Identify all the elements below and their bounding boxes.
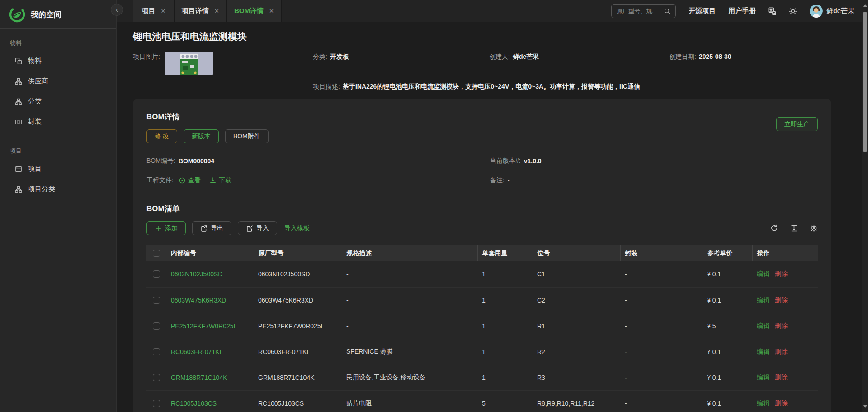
engineering-files-label: 工程文件: bbox=[146, 176, 174, 185]
row-checkbox[interactable] bbox=[153, 322, 160, 330]
global-search bbox=[611, 4, 676, 18]
tab-projects[interactable]: 项目 ✕ bbox=[133, 0, 175, 22]
row-checkbox[interactable] bbox=[153, 374, 160, 381]
internal-part-link[interactable]: RC1005J103CS bbox=[171, 400, 217, 407]
tab-label: 项目 bbox=[142, 7, 156, 15]
modify-button[interactable]: 修 改 bbox=[146, 129, 177, 143]
category-value: 开发板 bbox=[330, 53, 349, 61]
delete-action[interactable]: 删除 bbox=[775, 374, 788, 381]
edit-action[interactable]: 编辑 bbox=[757, 348, 769, 355]
row-checkbox[interactable] bbox=[153, 297, 160, 304]
select-all-checkbox[interactable] bbox=[153, 250, 160, 257]
vertical-scrollbar[interactable] bbox=[862, 0, 868, 412]
sidebar-item-footprints[interactable]: 封装 bbox=[0, 112, 116, 132]
column-header[interactable]: 单套用量 bbox=[477, 245, 533, 261]
sidebar-item-label: 供应商 bbox=[28, 77, 48, 85]
user-menu[interactable]: 鲜de芒果 bbox=[810, 5, 854, 18]
designator-value: R8,R9,R10,R11,R12 bbox=[537, 400, 594, 407]
footprint-value: - bbox=[625, 348, 627, 355]
internal-part-link[interactable]: RC0603FR-071KL bbox=[171, 348, 223, 355]
delete-action[interactable]: 删除 bbox=[775, 270, 788, 277]
version-label: 当前版本#: bbox=[490, 157, 521, 165]
sidebar-item-label: 项目分类 bbox=[28, 185, 55, 194]
delete-action[interactable]: 删除 bbox=[775, 348, 788, 355]
eye-icon bbox=[179, 177, 186, 184]
column-header[interactable]: 原厂型号 bbox=[254, 245, 342, 261]
search-button[interactable] bbox=[659, 5, 675, 18]
add-row-button[interactable]: 添加 bbox=[146, 221, 186, 235]
sidebar-collapse-button[interactable]: ‹ bbox=[111, 4, 123, 16]
column-settings-gear-icon[interactable] bbox=[810, 224, 818, 232]
column-header[interactable]: 封装 bbox=[620, 245, 703, 261]
import-button[interactable]: 导入 bbox=[238, 221, 277, 235]
open-source-projects-link[interactable]: 开源项目 bbox=[689, 7, 716, 15]
sidebar-item-projects[interactable]: 项目 bbox=[0, 159, 116, 179]
view-files-link[interactable]: 查看 bbox=[179, 176, 201, 185]
user-manual-link[interactable]: 用户手册 bbox=[728, 7, 755, 15]
price-value: ¥ 5 bbox=[707, 322, 716, 330]
refresh-icon[interactable] bbox=[770, 224, 778, 232]
download-icon bbox=[209, 177, 217, 184]
column-header[interactable]: 操作 bbox=[752, 245, 818, 261]
tab-close-icon[interactable]: ✕ bbox=[214, 8, 219, 14]
tab-project-detail[interactable]: 项目详情 ✕ bbox=[175, 0, 227, 22]
column-header[interactable]: 内部编号 bbox=[166, 245, 254, 261]
username: 鲜de芒果 bbox=[826, 7, 854, 15]
delete-action[interactable]: 删除 bbox=[775, 322, 788, 329]
sidebar-item-materials[interactable]: 物料 bbox=[0, 51, 116, 71]
edit-action[interactable]: 编辑 bbox=[757, 322, 769, 329]
scrollbar-thumb[interactable] bbox=[863, 12, 867, 152]
plus-icon bbox=[155, 225, 162, 232]
column-header[interactable]: 位号 bbox=[533, 245, 620, 261]
material-icon bbox=[15, 57, 22, 65]
project-image-label: 项目图片: bbox=[133, 53, 160, 61]
bom-no-label: BOM编号: bbox=[146, 157, 175, 165]
app-logo-icon bbox=[9, 6, 25, 23]
sidebar-item-project-categories[interactable]: 项目分类 bbox=[0, 179, 116, 199]
scroll-up-arrow-icon[interactable] bbox=[862, 2, 868, 9]
project-image[interactable] bbox=[165, 52, 213, 75]
row-checkbox[interactable] bbox=[153, 400, 160, 407]
workspace-header[interactable]: 我的空间 bbox=[0, 0, 116, 28]
edit-action[interactable]: 编辑 bbox=[757, 296, 769, 303]
import-template-link[interactable]: 导入模板 bbox=[284, 224, 310, 232]
tab-close-icon[interactable]: ✕ bbox=[269, 8, 274, 14]
search-input[interactable] bbox=[612, 8, 659, 14]
edit-action[interactable]: 编辑 bbox=[757, 270, 769, 277]
row-checkbox[interactable] bbox=[153, 270, 160, 278]
tab-bom-detail[interactable]: BOM详情 ✕ bbox=[227, 0, 282, 22]
internal-part-link[interactable]: 0603W475K6R3XD bbox=[171, 297, 226, 304]
row-height-icon[interactable] bbox=[790, 224, 798, 232]
project-category-icon bbox=[15, 186, 22, 193]
price-value: ¥ 0.1 bbox=[707, 400, 721, 407]
qty-value: 1 bbox=[482, 297, 486, 304]
produce-now-button[interactable]: 立即生产 bbox=[776, 117, 818, 131]
column-header[interactable]: 参考单价 bbox=[703, 245, 752, 261]
theme-toggle-sun-icon[interactable] bbox=[789, 7, 797, 15]
bom-attachment-button[interactable]: BOM附件 bbox=[225, 129, 269, 143]
row-checkbox[interactable] bbox=[153, 348, 160, 355]
remark-label: 备注: bbox=[490, 176, 505, 185]
main-content: 锂电池电压和电流监测模块 项目图片: 分类: bbox=[117, 22, 862, 412]
edit-action[interactable]: 编辑 bbox=[757, 399, 769, 407]
mpn-value: 0603N102J500SD bbox=[258, 270, 310, 278]
download-files-link[interactable]: 下载 bbox=[209, 176, 231, 185]
sidebar-item-categories[interactable]: 分类 bbox=[0, 91, 116, 112]
internal-part-link[interactable]: 0603N102J500SD bbox=[171, 270, 222, 278]
internal-part-link[interactable]: PE2512FKF7W0R025L bbox=[171, 322, 237, 330]
tab-close-icon[interactable]: ✕ bbox=[161, 8, 166, 14]
supplier-icon bbox=[15, 78, 22, 85]
delete-action[interactable]: 删除 bbox=[775, 399, 788, 407]
new-version-button[interactable]: 新版本 bbox=[184, 129, 219, 143]
category-icon bbox=[15, 98, 22, 105]
delete-action[interactable]: 删除 bbox=[775, 296, 788, 303]
mpn-value: PE2512FKF7W0R025L bbox=[258, 322, 324, 330]
export-button[interactable]: 导出 bbox=[192, 221, 231, 235]
column-header[interactable]: 规格描述 bbox=[342, 245, 477, 261]
sidebar-item-suppliers[interactable]: 供应商 bbox=[0, 71, 116, 91]
scroll-down-arrow-icon[interactable] bbox=[862, 403, 868, 410]
edit-action[interactable]: 编辑 bbox=[757, 374, 769, 381]
language-icon[interactable] bbox=[768, 7, 776, 15]
internal-part-link[interactable]: GRM188R71C104K bbox=[171, 374, 227, 381]
created-date-value: 2025-08-30 bbox=[699, 53, 731, 60]
